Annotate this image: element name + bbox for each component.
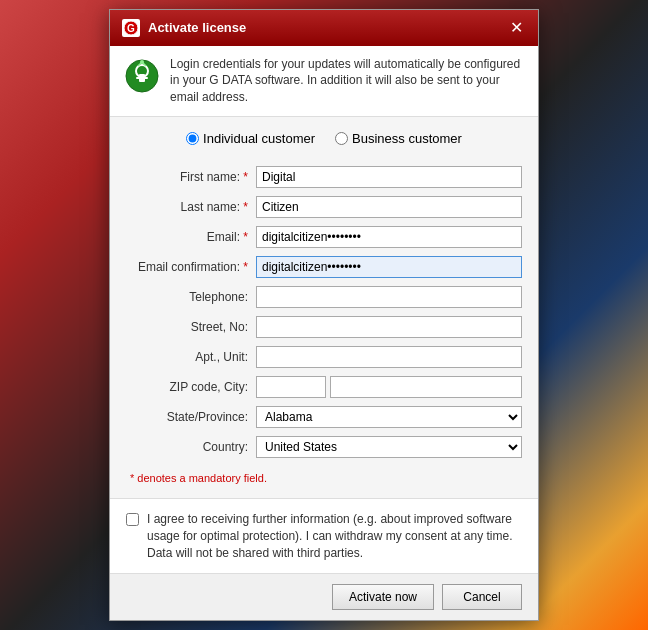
consent-row: I agree to receiving further information… — [126, 511, 522, 561]
checkbox-section: I agree to receiving further information… — [110, 498, 538, 573]
dialog-title: Activate license — [148, 20, 246, 35]
country-select[interactable]: United States Canada United Kingdom Aust… — [256, 436, 522, 458]
first-name-row: First name: * — [126, 164, 522, 190]
business-radio[interactable] — [335, 132, 348, 145]
first-name-input[interactable] — [256, 166, 522, 188]
info-text: Login credentials for your updates will … — [170, 56, 524, 106]
city-input[interactable] — [330, 376, 522, 398]
consent-checkbox[interactable] — [126, 513, 139, 526]
title-bar-left: G Activate license — [122, 19, 246, 37]
consent-text: I agree to receiving further information… — [147, 511, 522, 561]
shield-icon — [124, 58, 160, 94]
business-customer-option[interactable]: Business customer — [335, 131, 462, 146]
telephone-label: Telephone: — [126, 284, 256, 310]
country-field-container: United States Canada United Kingdom Aust… — [256, 434, 522, 460]
activate-button[interactable]: Activate now — [332, 584, 434, 610]
email-confirm-field-container — [256, 254, 522, 280]
form-fields: First name: * Last name: * Email: — [126, 160, 522, 464]
apt-label: Apt., Unit: — [126, 344, 256, 370]
last-name-label: Last name: * — [126, 194, 256, 220]
zip-input[interactable] — [256, 376, 326, 398]
state-select[interactable]: Alabama Alaska Arizona Arkansas Californ… — [256, 406, 522, 428]
customer-type-row: Individual customer Business customer — [126, 131, 522, 146]
gdata-icon: G — [122, 19, 140, 37]
email-label: Email: * — [126, 224, 256, 250]
street-input[interactable] — [256, 316, 522, 338]
state-field-container: Alabama Alaska Arizona Arkansas Californ… — [256, 404, 522, 430]
telephone-field-container — [256, 284, 522, 310]
email-input[interactable] — [256, 226, 522, 248]
activate-license-dialog: G Activate license ✕ Login credentials f… — [109, 9, 539, 622]
info-bar: Login credentials for your updates will … — [110, 46, 538, 117]
business-label: Business customer — [352, 131, 462, 146]
svg-rect-5 — [139, 74, 145, 82]
last-name-field — [256, 194, 522, 220]
email-confirm-label: Email confirmation: * — [126, 254, 256, 280]
close-button[interactable]: ✕ — [506, 18, 526, 38]
first-name-field — [256, 164, 522, 190]
svg-text:G: G — [127, 23, 135, 34]
email-field-container — [256, 224, 522, 250]
individual-label: Individual customer — [203, 131, 315, 146]
zip-city-field-container — [256, 374, 522, 400]
first-name-required: * — [243, 170, 248, 184]
telephone-row: Telephone: — [126, 284, 522, 310]
zip-city-label: ZIP code, City: — [126, 374, 256, 400]
email-row: Email: * — [126, 224, 522, 250]
mandatory-note: * denotes a mandatory field. — [126, 472, 522, 484]
telephone-input[interactable] — [256, 286, 522, 308]
apt-field-container — [256, 344, 522, 370]
individual-customer-option[interactable]: Individual customer — [186, 131, 315, 146]
street-label: Street, No: — [126, 314, 256, 340]
email-required: * — [243, 230, 248, 244]
apt-row: Apt., Unit: — [126, 344, 522, 370]
country-label: Country: — [126, 434, 256, 460]
apt-input[interactable] — [256, 346, 522, 368]
email-confirm-row: Email confirmation: * — [126, 254, 522, 280]
individual-radio[interactable] — [186, 132, 199, 145]
last-name-row: Last name: * — [126, 194, 522, 220]
state-row: State/Province: Alabama Alaska Arizona A… — [126, 404, 522, 430]
email-confirm-required: * — [243, 260, 248, 274]
last-name-input[interactable] — [256, 196, 522, 218]
country-row: Country: United States Canada United Kin… — [126, 434, 522, 460]
street-row: Street, No: — [126, 314, 522, 340]
title-bar: G Activate license ✕ — [110, 10, 538, 46]
form-content: Individual customer Business customer Fi… — [110, 117, 538, 498]
button-row: Activate now Cancel — [110, 573, 538, 620]
state-label: State/Province: — [126, 404, 256, 430]
street-field-container — [256, 314, 522, 340]
first-name-label: First name: * — [126, 164, 256, 190]
svg-point-6 — [140, 60, 144, 64]
email-confirm-input[interactable] — [256, 256, 522, 278]
cancel-button[interactable]: Cancel — [442, 584, 522, 610]
last-name-required: * — [243, 200, 248, 214]
zip-city-row: ZIP code, City: — [126, 374, 522, 400]
